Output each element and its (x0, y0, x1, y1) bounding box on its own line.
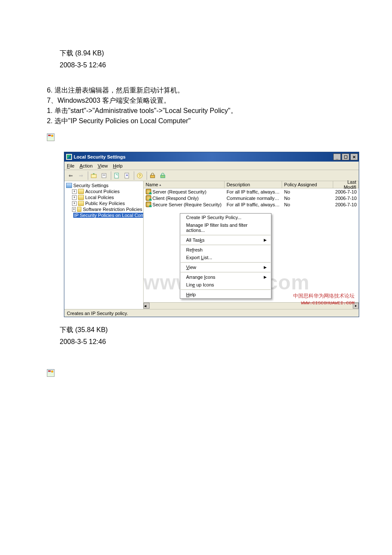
download-line-bottom: 下载 (35.84 KB) (60, 326, 345, 335)
cm-separator (181, 262, 271, 263)
menu-view[interactable]: View (98, 163, 108, 168)
local-security-window: Local Security Settings _ ☐ ✕ File Actio… (64, 152, 359, 317)
policy-tool2-button[interactable] (158, 171, 167, 180)
timestamp-top: 2008-3-5 12:46 (60, 61, 345, 69)
folder-icon (78, 195, 84, 200)
folder-icon (78, 189, 84, 194)
status-text: Creates an IP Security policy. (67, 311, 128, 316)
minimize-button[interactable]: _ (333, 153, 341, 160)
list-header: Name ▴ Description Policy Assigned Last … (144, 181, 359, 188)
svg-rect-0 (91, 174, 96, 178)
menu-action[interactable]: Action (80, 163, 93, 168)
tree-public-key[interactable]: + Public Key Policies (64, 200, 143, 206)
watermark-cn: 中国思科华为网络技术论坛 (293, 292, 355, 300)
cm-separator (181, 235, 271, 235)
step-7-2: 2. 选中"IP Security Policies on Local Comp… (47, 117, 345, 126)
cm-separator (181, 245, 271, 245)
expand-icon[interactable]: + (72, 189, 77, 194)
tree-software-restriction[interactable]: + Software Restriction Policies (64, 206, 143, 212)
refresh-button[interactable] (112, 171, 121, 180)
toolbar-sep2 (110, 171, 111, 180)
context-menu: Create IP Security Policy... Manage IP f… (180, 213, 271, 299)
watermark-url: WWW.CISCOHUAWEI.COM (301, 301, 355, 306)
toolbar-sep4 (145, 171, 147, 180)
cm-help[interactable]: Help (180, 291, 271, 298)
help-button[interactable]: ? (135, 171, 144, 180)
window-title: Local Security Settings (74, 154, 333, 159)
policy-icon (146, 195, 151, 201)
cm-all-tasks[interactable]: All Tasks▶ (180, 236, 271, 244)
svg-rect-4 (115, 173, 118, 178)
close-button[interactable]: ✕ (350, 153, 358, 160)
column-description[interactable]: Description (225, 181, 282, 188)
tree-root[interactable]: Security Settings (64, 182, 143, 188)
cm-manage-filters[interactable]: Manage IP filter lists and filter action… (180, 221, 271, 234)
step-7: 7、Windows2003 客户端安全策略设置。 (47, 96, 345, 105)
column-modified[interactable]: Last Modifi (333, 181, 359, 188)
download-line-top: 下载 (8.94 KB) (60, 49, 345, 58)
properties-button[interactable] (99, 171, 109, 180)
submenu-arrow-icon: ▶ (264, 238, 267, 242)
back-button[interactable]: ⇐ (66, 171, 75, 180)
svg-rect-8 (150, 175, 155, 178)
step-7-1: 1. 单击"start"->"Administrative tools"->"L… (47, 107, 345, 116)
menubar: File Action View Help (64, 162, 359, 170)
download-label[interactable]: 下载 (60, 49, 73, 57)
statusbar: Creates an IP Security policy. (64, 309, 359, 317)
forward-button[interactable]: ⇒ (76, 171, 86, 180)
expand-icon[interactable]: + (72, 207, 76, 212)
step-6: 6. 退出注册表编辑器，然后重新启动计算机。 (47, 86, 345, 95)
table-row[interactable]: Secure Server (Require Security) For all… (144, 201, 359, 208)
download-size: (35.84 KB) (75, 326, 107, 333)
cm-lineup-icons[interactable]: Line up Icons (180, 281, 271, 289)
window-titlebar[interactable]: Local Security Settings _ ☐ ✕ (64, 152, 359, 162)
download-label[interactable]: 下载 (60, 326, 73, 333)
export-button[interactable] (122, 171, 132, 180)
timestamp-bottom: 2008-3-5 12:46 (60, 338, 345, 346)
menu-file[interactable]: File (67, 163, 75, 168)
cm-create-policy[interactable]: Create IP Security Policy... (180, 214, 271, 221)
tree-pane[interactable]: Security Settings + Account Policies + L… (64, 181, 144, 309)
submenu-arrow-icon: ▶ (264, 275, 267, 279)
list-pane[interactable]: Name ▴ Description Policy Assigned Last … (144, 181, 359, 309)
submenu-arrow-icon: ▶ (264, 265, 267, 269)
broken-image-icon (47, 133, 55, 141)
column-name[interactable]: Name ▴ (144, 181, 225, 188)
tree-local-policies[interactable]: + Local Policies (64, 194, 143, 200)
window-body: Security Settings + Account Policies + L… (64, 181, 359, 309)
broken-image-icon (47, 369, 55, 377)
folder-icon (77, 207, 82, 212)
cm-separator (181, 289, 271, 290)
maximize-button[interactable]: ☐ (342, 153, 349, 160)
table-row[interactable]: Server (Request Security) For all IP tra… (144, 188, 359, 195)
cm-view[interactable]: View▶ (180, 263, 271, 271)
toolbar-sep (86, 171, 88, 180)
download-size: (8.94 KB) (75, 49, 104, 57)
up-button[interactable] (89, 171, 98, 180)
tree-ipsec[interactable]: IP Security Policies on Local Computer (64, 212, 143, 218)
expand-icon[interactable]: + (72, 201, 77, 206)
policy-icon (146, 202, 151, 207)
sort-asc-icon: ▴ (159, 183, 161, 187)
cm-separator (181, 272, 271, 272)
app-icon (66, 154, 72, 160)
cm-refresh[interactable]: Refresh (180, 246, 271, 254)
toolbar-sep3 (133, 171, 134, 180)
svg-rect-9 (161, 175, 165, 178)
tree-account-policies[interactable]: + Account Policies (64, 188, 143, 194)
column-policy[interactable]: Policy Assigned (282, 181, 333, 188)
policy-tool1-button[interactable] (148, 171, 157, 180)
toolbar: ⇐ ⇒ ? (64, 170, 359, 181)
policy-icon (146, 189, 151, 194)
table-row[interactable]: Client (Respond Only) Communicate normal… (144, 195, 359, 201)
svg-text:?: ? (138, 173, 141, 178)
cm-export[interactable]: Export List... (180, 254, 271, 261)
security-settings-icon (66, 183, 72, 188)
expand-icon[interactable]: + (72, 195, 77, 200)
folder-icon (78, 201, 84, 206)
menu-help[interactable]: Help (113, 163, 123, 168)
scroll-left-button[interactable]: ◂ (144, 303, 150, 309)
cm-arrange-icons[interactable]: Arrange Icons▶ (180, 273, 271, 281)
